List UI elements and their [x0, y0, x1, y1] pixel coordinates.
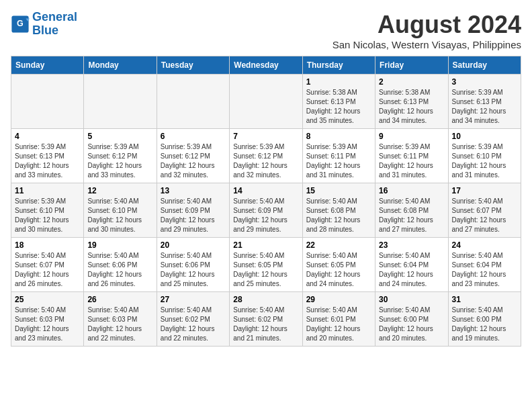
- day-info: Sunrise: 5:39 AM Sunset: 6:12 PM Dayligh…: [161, 142, 226, 180]
- calendar-cell: 20Sunrise: 5:40 AM Sunset: 6:06 PM Dayli…: [157, 238, 229, 292]
- day-number: 28: [233, 295, 298, 304]
- calendar-cell: 11Sunrise: 5:39 AM Sunset: 6:10 PM Dayli…: [11, 183, 84, 238]
- day-info: Sunrise: 5:40 AM Sunset: 6:09 PM Dayligh…: [233, 197, 298, 234]
- header: G General Blue August 2024 San Nicolas, …: [11, 11, 521, 50]
- col-header-wednesday: Wednesday: [230, 56, 302, 75]
- calendar-cell: 1Sunrise: 5:38 AM Sunset: 6:13 PM Daylig…: [302, 75, 375, 129]
- day-number: 27: [161, 295, 226, 304]
- week-row-5: 25Sunrise: 5:40 AM Sunset: 6:03 PM Dayli…: [11, 292, 521, 347]
- col-header-saturday: Saturday: [448, 56, 521, 75]
- logo-icon: G: [11, 15, 30, 34]
- day-number: 12: [87, 186, 152, 195]
- day-info: Sunrise: 5:39 AM Sunset: 6:13 PM Dayligh…: [452, 88, 517, 126]
- calendar-cell: 13Sunrise: 5:40 AM Sunset: 6:09 PM Dayli…: [157, 183, 229, 238]
- header-row: SundayMondayTuesdayWednesdayThursdayFrid…: [11, 56, 521, 75]
- calendar-cell: 18Sunrise: 5:40 AM Sunset: 6:07 PM Dayli…: [11, 238, 84, 292]
- day-info: Sunrise: 5:39 AM Sunset: 6:11 PM Dayligh…: [379, 142, 444, 180]
- calendar-cell: 29Sunrise: 5:40 AM Sunset: 6:01 PM Dayli…: [302, 292, 375, 347]
- logo-text: General Blue: [32, 11, 77, 38]
- calendar-cell: 25Sunrise: 5:40 AM Sunset: 6:03 PM Dayli…: [11, 292, 84, 347]
- calendar-cell: 26Sunrise: 5:40 AM Sunset: 6:03 PM Dayli…: [84, 292, 157, 347]
- calendar-cell: 7Sunrise: 5:39 AM Sunset: 6:12 PM Daylig…: [230, 129, 302, 183]
- day-number: 15: [306, 186, 371, 195]
- week-row-3: 11Sunrise: 5:39 AM Sunset: 6:10 PM Dayli…: [11, 183, 521, 238]
- day-number: 13: [161, 186, 226, 195]
- day-number: 10: [452, 132, 517, 141]
- calendar-cell: 24Sunrise: 5:40 AM Sunset: 6:04 PM Dayli…: [448, 238, 521, 292]
- day-info: Sunrise: 5:39 AM Sunset: 6:10 PM Dayligh…: [452, 142, 517, 180]
- week-row-4: 18Sunrise: 5:40 AM Sunset: 6:07 PM Dayli…: [11, 238, 521, 292]
- col-header-thursday: Thursday: [302, 56, 375, 75]
- day-info: Sunrise: 5:38 AM Sunset: 6:13 PM Dayligh…: [306, 88, 371, 126]
- col-header-friday: Friday: [375, 56, 448, 75]
- day-info: Sunrise: 5:39 AM Sunset: 6:10 PM Dayligh…: [15, 197, 80, 234]
- day-info: Sunrise: 5:40 AM Sunset: 6:03 PM Dayligh…: [15, 306, 80, 343]
- day-number: 5: [87, 132, 152, 141]
- calendar-cell: 12Sunrise: 5:40 AM Sunset: 6:10 PM Dayli…: [84, 183, 157, 238]
- calendar-cell: [230, 75, 302, 129]
- col-header-tuesday: Tuesday: [157, 56, 229, 75]
- logo-line1: General: [32, 10, 77, 24]
- calendar-cell: 23Sunrise: 5:40 AM Sunset: 6:04 PM Dayli…: [375, 238, 448, 292]
- day-number: 24: [452, 240, 517, 250]
- day-info: Sunrise: 5:40 AM Sunset: 6:02 PM Dayligh…: [233, 306, 298, 343]
- day-number: 3: [452, 77, 517, 87]
- calendar-cell: 14Sunrise: 5:40 AM Sunset: 6:09 PM Dayli…: [230, 183, 302, 238]
- calendar-cell: 8Sunrise: 5:39 AM Sunset: 6:11 PM Daylig…: [302, 129, 375, 183]
- day-number: 30: [379, 295, 444, 304]
- day-number: 14: [233, 186, 298, 195]
- day-info: Sunrise: 5:40 AM Sunset: 6:01 PM Dayligh…: [306, 306, 371, 343]
- day-info: Sunrise: 5:40 AM Sunset: 6:00 PM Dayligh…: [452, 306, 517, 343]
- day-number: 6: [161, 132, 226, 141]
- day-info: Sunrise: 5:40 AM Sunset: 6:07 PM Dayligh…: [15, 251, 80, 289]
- day-info: Sunrise: 5:40 AM Sunset: 6:08 PM Dayligh…: [306, 197, 371, 234]
- col-header-sunday: Sunday: [11, 56, 84, 75]
- calendar-cell: [11, 75, 84, 129]
- logo-line2: Blue: [32, 24, 58, 37]
- day-number: 21: [233, 240, 298, 250]
- day-number: 2: [379, 77, 444, 87]
- day-info: Sunrise: 5:40 AM Sunset: 6:00 PM Dayligh…: [379, 306, 444, 343]
- day-number: 23: [379, 240, 444, 250]
- calendar-cell: 19Sunrise: 5:40 AM Sunset: 6:06 PM Dayli…: [84, 238, 157, 292]
- calendar-cell: 21Sunrise: 5:40 AM Sunset: 6:05 PM Dayli…: [230, 238, 302, 292]
- day-info: Sunrise: 5:40 AM Sunset: 6:06 PM Dayligh…: [161, 251, 226, 289]
- calendar-cell: 31Sunrise: 5:40 AM Sunset: 6:00 PM Dayli…: [448, 292, 521, 347]
- day-number: 4: [15, 132, 80, 141]
- svg-text:G: G: [17, 19, 24, 28]
- day-info: Sunrise: 5:40 AM Sunset: 6:05 PM Dayligh…: [306, 251, 371, 289]
- day-number: 22: [306, 240, 371, 250]
- calendar-cell: 5Sunrise: 5:39 AM Sunset: 6:12 PM Daylig…: [84, 129, 157, 183]
- calendar-cell: 3Sunrise: 5:39 AM Sunset: 6:13 PM Daylig…: [448, 75, 521, 129]
- day-info: Sunrise: 5:40 AM Sunset: 6:08 PM Dayligh…: [379, 197, 444, 234]
- calendar-cell: 10Sunrise: 5:39 AM Sunset: 6:10 PM Dayli…: [448, 129, 521, 183]
- day-number: 1: [306, 77, 371, 87]
- main-title: August 2024: [332, 11, 521, 39]
- day-number: 9: [379, 132, 444, 141]
- day-number: 20: [161, 240, 226, 250]
- day-number: 17: [452, 186, 517, 195]
- day-number: 31: [452, 295, 517, 304]
- calendar-cell: 30Sunrise: 5:40 AM Sunset: 6:00 PM Dayli…: [375, 292, 448, 347]
- day-number: 26: [87, 295, 152, 304]
- day-number: 19: [87, 240, 152, 250]
- calendar-cell: 28Sunrise: 5:40 AM Sunset: 6:02 PM Dayli…: [230, 292, 302, 347]
- day-info: Sunrise: 5:40 AM Sunset: 6:02 PM Dayligh…: [161, 306, 226, 343]
- day-info: Sunrise: 5:39 AM Sunset: 6:12 PM Dayligh…: [233, 142, 298, 180]
- calendar-cell: 6Sunrise: 5:39 AM Sunset: 6:12 PM Daylig…: [157, 129, 229, 183]
- day-info: Sunrise: 5:39 AM Sunset: 6:11 PM Dayligh…: [306, 142, 371, 180]
- day-number: 11: [15, 186, 80, 195]
- day-number: 25: [15, 295, 80, 304]
- day-info: Sunrise: 5:39 AM Sunset: 6:12 PM Dayligh…: [87, 142, 152, 180]
- day-number: 7: [233, 132, 298, 141]
- day-info: Sunrise: 5:40 AM Sunset: 6:04 PM Dayligh…: [452, 251, 517, 289]
- day-info: Sunrise: 5:40 AM Sunset: 6:06 PM Dayligh…: [87, 251, 152, 289]
- day-info: Sunrise: 5:40 AM Sunset: 6:03 PM Dayligh…: [87, 306, 152, 343]
- day-info: Sunrise: 5:40 AM Sunset: 6:05 PM Dayligh…: [233, 251, 298, 289]
- day-info: Sunrise: 5:40 AM Sunset: 6:04 PM Dayligh…: [379, 251, 444, 289]
- calendar-cell: 17Sunrise: 5:40 AM Sunset: 6:07 PM Dayli…: [448, 183, 521, 238]
- calendar-cell: 9Sunrise: 5:39 AM Sunset: 6:11 PM Daylig…: [375, 129, 448, 183]
- calendar-cell: 22Sunrise: 5:40 AM Sunset: 6:05 PM Dayli…: [302, 238, 375, 292]
- day-info: Sunrise: 5:39 AM Sunset: 6:13 PM Dayligh…: [15, 142, 80, 180]
- day-number: 18: [15, 240, 80, 250]
